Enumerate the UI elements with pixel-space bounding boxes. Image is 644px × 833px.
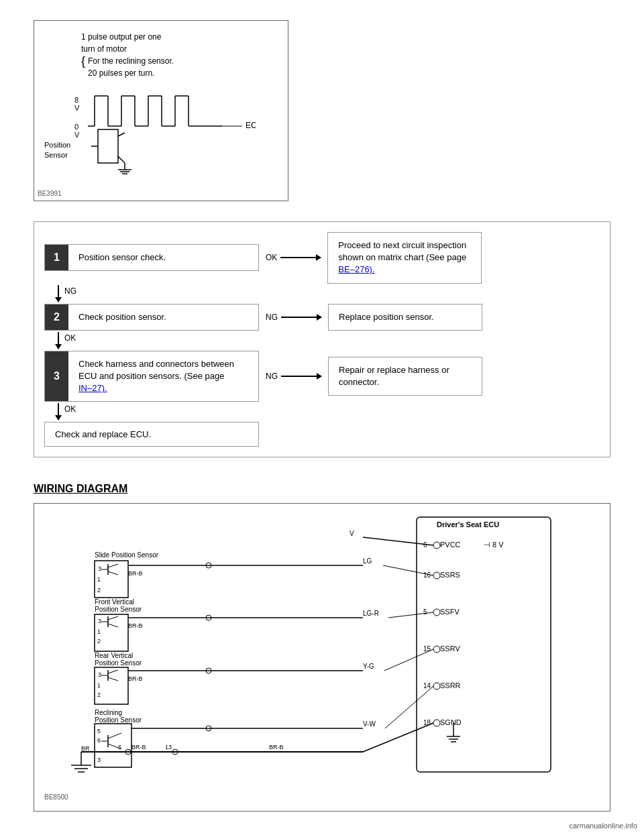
svg-text:3: 3 [98,618,101,624]
svg-line-82 [108,677,118,681]
position-sensor-label: Position Sensor [44,140,70,160]
wiring-diagram-id: BE8500 [44,793,68,801]
svg-text:14: 14 [423,682,431,689]
step2-ng-result: Replace position sensor. [328,304,482,331]
svg-text:6: 6 [118,744,121,751]
step1-ng-label: NG [64,286,76,296]
step1-result-line2: shown on matrix chart (See page [338,252,466,262]
svg-text:1: 1 [97,628,101,635]
step3-link[interactable]: IN–27). [78,383,107,393]
step3-ok-connector: OK [44,403,600,421]
caption-line3: For the reclining sensor. [88,55,174,67]
step3-ng-arrow: NG [266,372,321,381]
step4-box: Check and replace ECU. [44,422,259,447]
step2-text: Check position sensor. [68,304,176,330]
svg-text:16: 16 [423,571,431,579]
svg-rect-27 [417,517,551,772]
svg-text:3: 3 [98,671,101,678]
svg-text:3: 3 [97,757,101,763]
svg-text:BR-B: BR-B [128,675,143,682]
flowchart: 1 Position sensor check. OK Proceed to n… [34,221,610,457]
step3-line2: ECU and position sensors. (See page [78,371,225,381]
svg-text:2: 2 [97,691,101,698]
footer-site-text: carmanualonline.info [569,822,637,830]
step3-box: 3 Check harness and connectors between E… [44,351,259,402]
svg-line-81 [108,670,118,673]
svg-point-44 [433,683,440,689]
svg-text:ECU: ECU [246,121,256,130]
step1-text: Position sensor check. [68,245,176,270]
svg-text:BR-B: BR-B [269,744,284,751]
svg-text:Driver's Seat ECU: Driver's Seat ECU [437,520,499,529]
step2-ok-label: OK [64,333,76,343]
svg-text:SSRS: SSRS [440,571,460,579]
step1-result-link[interactable]: BE–276). [338,264,374,274]
svg-line-22 [118,156,125,163]
svg-text:15: 15 [423,645,431,653]
svg-text:Position Sensor: Position Sensor [95,659,142,667]
wiring-diagram-title: WIRING DIAGRAM [34,483,127,495]
svg-text:PVCC: PVCC [440,541,461,549]
svg-text:Position Sensor: Position Sensor [95,606,142,613]
svg-text:13: 13 [165,744,172,751]
step1-result-line1: Proceed to next circuit inspection [338,240,466,250]
sensor-label-line1: Position [44,141,70,149]
step3-ok-label: OK [64,404,76,414]
step3-text: Check harness and connectors between ECU… [68,351,244,402]
step1-box: 1 Position sensor check. [44,244,259,271]
wiring-title-text: WIRING DIAGRAM [34,483,127,494]
step3-ng-label: NG [266,372,278,381]
flow-step1-row: 1 Position sensor check. OK Proceed to n… [44,232,600,284]
step1-ok-arrow: OK [266,253,321,262]
svg-text:Rear Vertical: Rear Vertical [95,652,133,659]
svg-text:Y-G: Y-G [363,663,374,670]
svg-text:V-W: V-W [363,720,376,728]
step1-ok-result: Proceed to next circuit inspection shown… [327,232,482,284]
svg-line-96 [108,733,121,738]
svg-text:2: 2 [97,587,101,594]
caption-line4: 20 pulses per turn. [88,67,174,79]
step1-number: 1 [45,245,68,270]
svg-line-67 [108,616,118,620]
svg-line-53 [108,564,118,567]
diagram-caption: 1 pulse output per one turn of motor { F… [81,31,281,79]
svg-text:Position Sensor: Position Sensor [95,716,142,724]
svg-text:Front Vertical: Front Vertical [95,598,134,606]
svg-text:2: 2 [97,638,101,645]
step2-ng-label: NG [266,313,278,322]
step1-ok-label: OK [266,253,277,262]
svg-text:SSFV: SSFV [440,608,460,616]
step1-ng-connector: NG [44,285,600,302]
svg-text:5: 5 [97,728,101,734]
transistor-symbol [88,126,142,180]
sensor-label-line2: Sensor [44,151,68,159]
svg-point-47 [433,720,440,726]
step3-ng-result: Repair or replace harness or connector. [328,357,482,396]
svg-text:1: 1 [97,576,101,583]
svg-text:Reclining: Reclining [95,709,122,716]
svg-text:BR-B: BR-B [128,570,143,577]
svg-point-41 [433,646,440,653]
step3-result-line2: connector. [339,377,379,387]
brace-icon: { [81,55,85,79]
svg-line-59 [383,565,433,575]
svg-line-87 [384,649,433,671]
svg-text:LG-R: LG-R [363,610,379,617]
svg-line-54 [108,571,118,575]
wiring-inner: Driver's Seat ECU 6 PVCC ⊣ 8 V 16 SSRS 5… [41,510,603,804]
step3-result-line1: Repair or replace harness or [339,365,449,375]
diagram-id: BE3991 [38,190,62,197]
svg-point-31 [433,542,440,549]
caption-line2: turn of motor [81,43,281,55]
svg-text:⊣ 8 V: ⊣ 8 V [484,541,504,549]
flow-step2-row: 2 Check position sensor. NG Replace posi… [44,304,600,331]
svg-text:SSRV: SSRV [440,645,460,653]
svg-text:Slide Position Sensor: Slide Position Sensor [95,551,159,559]
svg-text:LG: LG [363,557,372,565]
wiring-diagram: Driver's Seat ECU 6 PVCC ⊣ 8 V 16 SSRS 5… [34,503,610,812]
svg-rect-19 [98,129,118,163]
caption-line1: 1 pulse output per one [81,31,281,43]
step2-result-text: Replace position sensor. [339,312,434,322]
waveform-diagram: 1 pulse output per one turn of motor { F… [34,20,288,201]
svg-text:5: 5 [423,608,427,616]
